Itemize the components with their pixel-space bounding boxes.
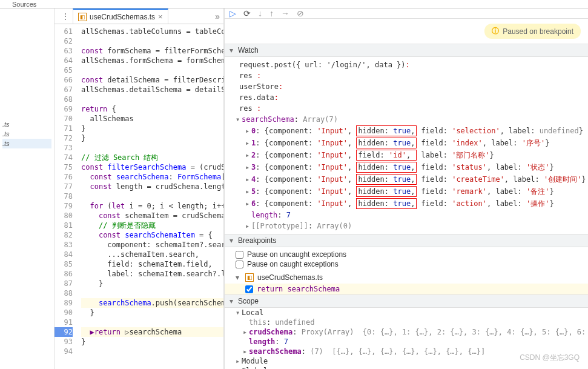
array-row[interactable]: ▸5: {component: 'Input', hidden: true, f…	[225, 185, 588, 198]
deactivate-icon[interactable]: ⊘	[297, 8, 304, 18]
array-row[interactable]: ▸4: {component: 'Input', hidden: true, f…	[225, 173, 588, 185]
scope-global[interactable]: ▸Global	[225, 366, 588, 369]
array-row[interactable]: ▸0: {component: 'Input', hidden: true, f…	[225, 125, 588, 137]
ts-file-icon: ◧	[78, 13, 87, 21]
breakpoints-body: Pause on uncaught exceptions Pause on ca…	[225, 247, 588, 271]
prototype-prop[interactable]: ▸[[Prototype]]: Array(0)	[225, 221, 588, 231]
tab-sources[interactable]: Sources	[12, 1, 36, 8]
chevron-down-icon: ▾	[230, 236, 236, 245]
watermark: CSDN @坐忘3GQ	[520, 353, 580, 363]
file-tab[interactable]: ◧ useCrudSchemas.ts ×	[73, 8, 168, 24]
bp-checkbox[interactable]	[245, 285, 253, 293]
file-item[interactable]: .ts	[2, 119, 51, 129]
scope-length: length: 7	[225, 337, 588, 347]
chevrons-icon[interactable]: »	[215, 12, 220, 21]
breakpoint-line[interactable]: return searchSchema	[225, 284, 588, 294]
watch-item[interactable]: res :	[225, 70, 588, 81]
array-row[interactable]: ▸3: {component: 'Input', hidden: true, f…	[225, 161, 588, 173]
watch-array[interactable]: ▾searchSchema: Array(7)	[225, 114, 588, 125]
watch-item[interactable]: request.post({ url: '/login/', data }):	[225, 59, 588, 70]
array-row[interactable]: ▸1: {component: 'Input', hidden: true, f…	[225, 137, 588, 149]
scope-local[interactable]: ▾Local	[225, 308, 588, 317]
file-item[interactable]: .ts	[2, 139, 51, 148]
editor-panel: ⋮ ◧ useCrudSchemas.ts × » 61626364656667…	[55, 8, 224, 369]
array-row[interactable]: ▸2: {component: 'Input', field: 'id', la…	[225, 149, 588, 161]
resume-icon[interactable]: ▷	[230, 8, 236, 18]
scope-crud[interactable]: ▸crudSchema: Proxy(Array) {0: {…}, 1: {……	[225, 327, 588, 337]
caught-checkbox[interactable]: Pause on caught exceptions	[236, 259, 577, 269]
info-icon: ⓘ	[492, 26, 499, 36]
array-row[interactable]: ▸6: {component: 'Input', hidden: true, f…	[225, 198, 588, 210]
length-prop: length: 7	[225, 210, 588, 221]
debugger-toolbar: ▷ ⟳ ↓ ↑ → ⊘	[225, 8, 588, 19]
paused-badge: ⓘ Paused on breakpoint	[484, 24, 581, 39]
step-icon[interactable]: →	[281, 8, 289, 18]
ts-file-icon: ◧	[245, 273, 254, 282]
chevron-down-icon: ▾	[230, 46, 236, 55]
watch-body: request.post({ url: '/login/', data }): …	[225, 57, 588, 234]
file-item[interactable]: .ts	[2, 129, 51, 139]
code-editor[interactable]: 6162636465666768697071727374757677787980…	[55, 24, 223, 369]
left-sidebar: .ts .ts .ts	[0, 8, 55, 369]
step-into-icon[interactable]: ↓	[258, 8, 262, 18]
watch-item[interactable]: res :	[225, 103, 588, 114]
open-files: .ts .ts .ts	[0, 118, 54, 150]
uncaught-checkbox[interactable]: Pause on uncaught exceptions	[236, 250, 577, 259]
watch-item[interactable]: userStore:	[225, 81, 588, 92]
debugger-panel: ▷ ⟳ ↓ ↑ → ⊘ ⓘ Paused on breakpoint ▾ Wat…	[224, 8, 588, 369]
step-out-icon[interactable]: ↑	[269, 8, 274, 18]
scope-header[interactable]: ▾ Scope	[225, 294, 588, 308]
more-icon[interactable]: ⋮	[58, 12, 73, 21]
file-tab-label: useCrudSchemas.ts	[90, 13, 155, 21]
editor-tabs: ⋮ ◧ useCrudSchemas.ts × »	[55, 8, 223, 24]
watch-item[interactable]: res.data:	[225, 92, 588, 103]
watch-header[interactable]: ▾ Watch	[225, 44, 588, 57]
top-tabs: Sources	[0, 0, 588, 8]
chevron-down-icon: ▾	[230, 297, 236, 305]
scope-this: this: undefined	[225, 317, 588, 327]
breakpoints-header[interactable]: ▾ Breakpoints	[225, 234, 588, 247]
close-icon[interactable]: ×	[158, 12, 163, 21]
step-over-icon[interactable]: ⟳	[243, 8, 251, 18]
breakpoint-file[interactable]: ▾ ◧ useCrudSchemas.ts	[225, 271, 588, 284]
